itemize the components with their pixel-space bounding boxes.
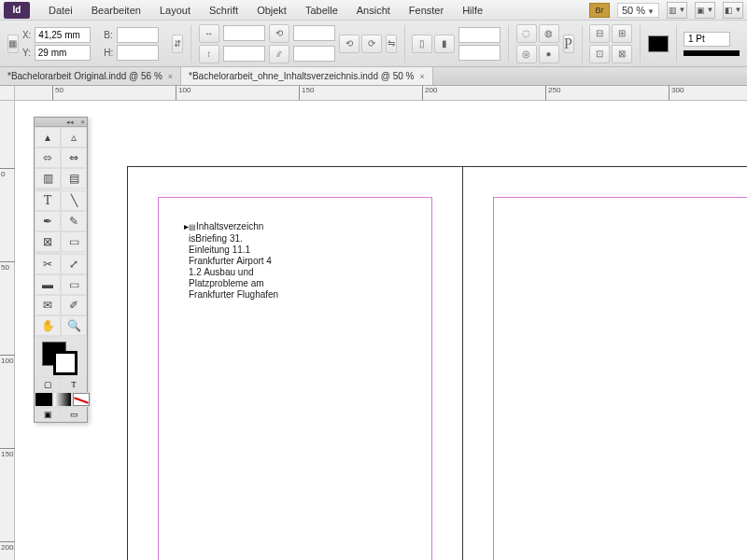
fill-swatch[interactable]: [648, 35, 669, 52]
rectangle-frame-tool-icon[interactable]: ⊠: [35, 231, 61, 252]
menu-layout[interactable]: Layout: [150, 3, 200, 18]
selection-tool-icon[interactable]: ▴: [35, 127, 61, 147]
align-2-icon[interactable]: ⊞: [612, 24, 632, 43]
y-input[interactable]: [35, 45, 91, 61]
hand-tool-icon[interactable]: ✋: [35, 315, 61, 336]
text-on-path-icon[interactable]: P: [563, 35, 574, 53]
menu-ansicht[interactable]: Ansicht: [347, 3, 400, 18]
arrange-icon[interactable]: ◧▼: [723, 2, 743, 19]
rectangle-tool-icon[interactable]: ▭: [61, 231, 87, 252]
menu-fenster[interactable]: Fenster: [400, 3, 453, 18]
gradient-swatch-tool-icon[interactable]: ▬: [35, 274, 61, 295]
menu-tabelle[interactable]: Tabelle: [296, 3, 347, 18]
rotate-ccw-icon[interactable]: ⟲: [339, 35, 359, 53]
pathfinder-4-icon[interactable]: ●: [539, 45, 559, 63]
zoom-value: 50 %: [622, 5, 645, 16]
zoom-level[interactable]: 50 %▼: [617, 3, 659, 18]
rotate-icon[interactable]: ⟲: [269, 24, 289, 43]
height-input[interactable]: [117, 45, 159, 61]
menu-bearbeiten[interactable]: Bearbeiten: [82, 3, 150, 18]
menu-schrift[interactable]: Schrift: [200, 3, 247, 18]
view-mode-normal-icon[interactable]: ▣: [35, 407, 61, 422]
zoom-tool-icon[interactable]: 🔍: [61, 315, 87, 336]
shear-input[interactable]: [293, 46, 335, 62]
menu-objekt[interactable]: Objekt: [247, 3, 296, 18]
scale-x-icon[interactable]: ↔: [199, 24, 219, 43]
corner-bot-input[interactable]: [458, 45, 500, 61]
direct-selection-tool-icon[interactable]: ▵: [61, 127, 87, 147]
stroke-weight-value: 1 Pt: [688, 34, 705, 44]
ruler-tick: 50: [0, 261, 15, 272]
width-input[interactable]: [117, 27, 159, 43]
bridge-icon[interactable]: Br: [589, 3, 610, 18]
menu-datei[interactable]: Datei: [39, 3, 82, 18]
x-input[interactable]: [35, 27, 91, 43]
rotate-cw-icon[interactable]: ⟳: [361, 35, 382, 53]
scissors-tool-icon[interactable]: ✂: [35, 254, 61, 274]
ruler-origin[interactable]: [0, 86, 15, 101]
align-4-icon[interactable]: ⊠: [612, 45, 632, 63]
type-tool-icon[interactable]: T: [35, 190, 61, 211]
pencil-tool-icon[interactable]: ✎: [61, 211, 87, 231]
align-1-icon[interactable]: ⊟: [589, 24, 610, 43]
formatting-text-icon[interactable]: T: [61, 377, 87, 392]
stroke-weight-input[interactable]: 1 Pt: [684, 32, 730, 47]
formatting-container-icon[interactable]: ▢: [35, 377, 61, 392]
rotate-input[interactable]: [293, 25, 335, 41]
pathfinder-1-icon[interactable]: ◌: [516, 24, 537, 43]
stroke-style[interactable]: [684, 50, 740, 56]
fill-stroke-swatch[interactable]: [35, 338, 87, 377]
left-page[interactable]: ▸ ▤Inhaltsverzeichn isBriefing 31. Einle…: [127, 166, 463, 560]
apply-color-icon[interactable]: [35, 392, 53, 407]
close-icon[interactable]: ×: [419, 72, 424, 81]
document-window[interactable]: ▸ ▤Inhaltsverzeichn isBriefing 31. Einle…: [15, 101, 747, 560]
gap-tool-icon[interactable]: ⇔: [61, 147, 87, 168]
note-tool-icon[interactable]: ✉: [35, 295, 61, 315]
right-page[interactable]: [463, 166, 747, 560]
text-line: Frankfurter Airport 4: [189, 256, 272, 266]
stroke-color-icon[interactable]: [53, 351, 78, 375]
align-3-icon[interactable]: ⊡: [589, 45, 610, 63]
collapse-icon[interactable]: ◂◂: [66, 119, 74, 126]
screen-mode-icon[interactable]: ▣▼: [695, 2, 715, 19]
text-line: Einleitung 11.1: [189, 245, 250, 255]
constrain-proportions-icon[interactable]: ⇵: [172, 35, 183, 53]
pathfinder-3-icon[interactable]: ◎: [516, 45, 537, 63]
line-tool-icon[interactable]: ╲: [61, 190, 87, 211]
h-label: H:: [104, 48, 113, 58]
corner-top-input[interactable]: [458, 27, 500, 43]
view-options-icon[interactable]: ▥▼: [667, 2, 687, 19]
pen-tool-icon[interactable]: ✒: [35, 211, 61, 231]
content-collector-icon[interactable]: ▥: [35, 168, 61, 189]
free-transform-tool-icon[interactable]: ⤢: [61, 254, 87, 274]
horizontal-ruler[interactable]: 50 100 150 200 250 300: [15, 86, 747, 101]
tools-panel[interactable]: ◂◂ × ▴ ▵ ⬄ ⇔ ▥ ▤ T ╲ ✒ ✎ ⊠ ▭ ✂ ⤢ ▬ ▭ ✉ ✐…: [34, 117, 88, 423]
vertical-ruler[interactable]: 0 50 100 150 200: [0, 101, 15, 560]
select-content-icon[interactable]: ▮: [434, 35, 455, 53]
text-line: 1.2 Ausbau und: [189, 267, 254, 277]
apply-none-icon[interactable]: [72, 392, 91, 407]
content-placer-icon[interactable]: ▤: [61, 168, 87, 189]
scale-x-input[interactable]: [223, 25, 265, 41]
close-icon[interactable]: ×: [168, 72, 173, 81]
document-tab[interactable]: *Bachelorarbeit_ohne_Inhaltsverzeichnis.…: [181, 67, 433, 85]
shear-icon[interactable]: ⫽: [269, 45, 289, 63]
reference-point-icon[interactable]: ▦: [7, 35, 19, 53]
ruler-tick: 150: [299, 86, 314, 101]
menu-hilfe[interactable]: Hilfe: [453, 3, 492, 18]
apply-gradient-icon[interactable]: [53, 392, 72, 407]
text-line: isBriefing 31.: [189, 233, 243, 244]
gradient-feather-tool-icon[interactable]: ▭: [61, 274, 87, 295]
text-frame-content[interactable]: ▤Inhaltsverzeichn isBriefing 31. Einleit…: [189, 221, 278, 301]
scale-y-icon[interactable]: ↕: [199, 45, 219, 63]
page-tool-icon[interactable]: ⬄: [35, 147, 61, 168]
close-icon[interactable]: ×: [80, 118, 85, 126]
panel-header[interactable]: ◂◂ ×: [35, 118, 87, 127]
flip-icon[interactable]: ⇋: [386, 35, 397, 53]
view-mode-preview-icon[interactable]: ▭: [61, 407, 87, 422]
pathfinder-2-icon[interactable]: ◍: [539, 24, 559, 43]
document-tab[interactable]: *Bachelorarbeit Original.indd @ 56 %×: [0, 67, 181, 85]
eyedropper-tool-icon[interactable]: ✐: [61, 295, 87, 315]
select-container-icon[interactable]: ▯: [412, 35, 432, 53]
scale-y-input[interactable]: [223, 46, 265, 62]
